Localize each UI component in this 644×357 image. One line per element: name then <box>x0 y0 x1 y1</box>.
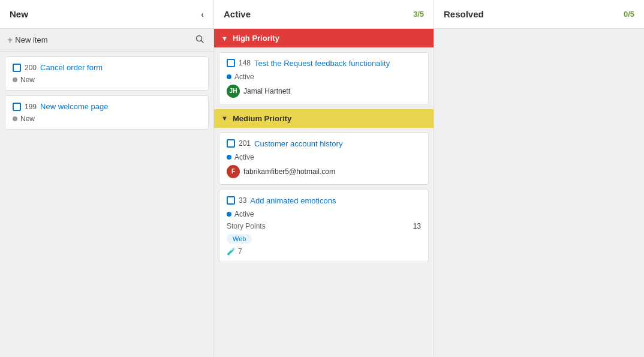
status-dot <box>13 77 17 82</box>
collapse-new-icon[interactable]: ‹ <box>201 10 204 19</box>
card-header-row: 148 Test the Request feedback functional… <box>227 59 421 69</box>
medium-priority-header[interactable]: ▼ Medium Priority <box>214 109 434 128</box>
card-title-row: 199 New welcome page <box>13 102 201 111</box>
status-dot <box>227 155 231 160</box>
high-priority-section: ▼ High Priority 148 Test the Request fee… <box>214 29 434 109</box>
status-dot <box>227 212 231 217</box>
work-item-icon <box>227 59 235 67</box>
status-row: Active <box>227 153 421 161</box>
status-dot <box>13 116 17 121</box>
tag-row: Web <box>227 230 421 244</box>
work-item-icon <box>13 103 21 111</box>
active-column: ▼ High Priority 148 Test the Request fee… <box>214 29 434 357</box>
resolved-count: 0/5 <box>624 10 634 19</box>
svg-line-1 <box>201 41 204 43</box>
high-priority-header[interactable]: ▼ High Priority <box>214 29 434 47</box>
status-row: Active <box>227 73 421 81</box>
test-count: 7 <box>238 247 242 256</box>
resolved-column <box>434 29 644 357</box>
list-item[interactable]: 201 Customer account history Active F fa… <box>219 133 429 185</box>
test-row: 🧪 7 <box>227 247 421 256</box>
status-row: Active <box>227 210 421 218</box>
story-points-label: Story Points <box>227 222 266 230</box>
work-item-icon <box>227 139 235 148</box>
list-item[interactable]: 148 Test the Request feedback functional… <box>219 52 429 104</box>
story-points-value: 13 <box>413 222 421 230</box>
status-row: New <box>13 115 201 123</box>
work-item-icon <box>13 64 21 72</box>
resolved-column-header: Resolved 0/5 <box>434 0 644 28</box>
active-column-title: Active <box>224 9 251 19</box>
list-item[interactable]: 200 Cancel order form New <box>5 56 209 91</box>
new-column-items: 200 Cancel order form New 199 New welcom… <box>0 52 213 134</box>
flask-icon: 🧪 <box>227 247 236 256</box>
new-item-label: New item <box>15 35 47 44</box>
new-item-button[interactable]: + New item <box>7 35 193 46</box>
status-row: New <box>13 76 201 84</box>
new-item-bar: + New item <box>0 29 213 52</box>
main-content: + New item 200 Cancel order form <box>0 29 644 357</box>
list-item[interactable]: 199 New welcome page New <box>5 95 209 130</box>
medium-priority-items: 201 Customer account history Active F fa… <box>214 128 434 267</box>
medium-priority-chevron: ▼ <box>221 115 228 122</box>
high-priority-label: High Priority <box>233 34 279 43</box>
avatar-row: JH Jamal Hartnett <box>227 85 421 98</box>
avatar: JH <box>227 85 240 98</box>
web-tag: Web <box>227 234 252 244</box>
search-button[interactable] <box>193 34 206 46</box>
high-priority-items: 148 Test the Request feedback functional… <box>214 47 434 109</box>
new-column: + New item 200 Cancel order form <box>0 29 214 357</box>
new-column-header: New ‹ <box>0 0 214 28</box>
card-header-row: 33 Add animated emoticons <box>227 196 421 206</box>
active-count: 3/5 <box>413 10 424 19</box>
high-priority-chevron: ▼ <box>221 35 228 42</box>
plus-icon: + <box>7 35 13 46</box>
top-bar: New ‹ Active 3/5 Resolved 0/5 <box>0 0 644 29</box>
status-dot <box>227 74 231 79</box>
work-item-icon <box>227 196 235 205</box>
avatar: F <box>227 165 240 178</box>
list-item[interactable]: 33 Add animated emoticons Active Story P… <box>219 190 429 262</box>
active-column-header: Active 3/5 <box>214 0 434 28</box>
new-column-title: New <box>10 9 28 19</box>
card-title-row: 200 Cancel order form <box>13 63 201 72</box>
avatar-row: F fabrikamfiber5@hotmail.com <box>227 165 421 178</box>
card-header-row: 201 Customer account history <box>227 139 421 149</box>
resolved-column-title: Resolved <box>444 9 484 19</box>
search-icon <box>195 35 204 43</box>
medium-priority-label: Medium Priority <box>233 114 291 123</box>
medium-priority-section: ▼ Medium Priority 201 Customer account h… <box>214 109 434 267</box>
story-points-row: Story Points 13 <box>227 222 421 230</box>
